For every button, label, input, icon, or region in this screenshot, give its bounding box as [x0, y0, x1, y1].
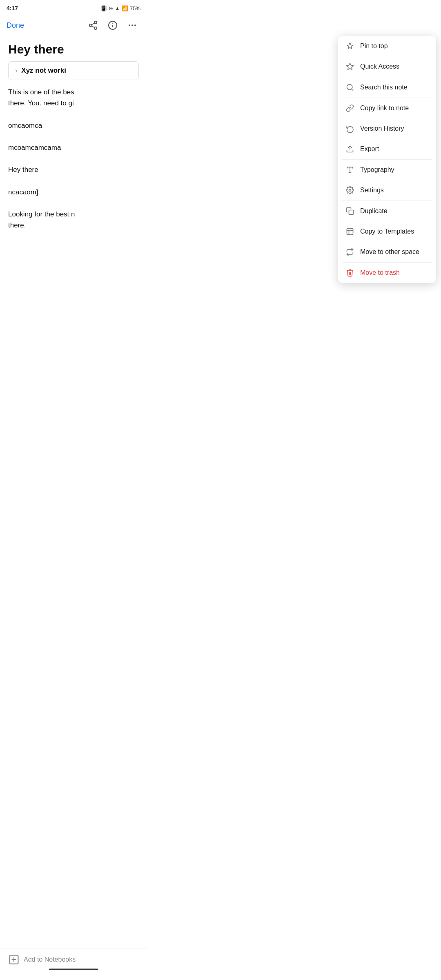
dropdown-overlay[interactable]: Pin to top Quick Access Search this note [0, 0, 147, 327]
